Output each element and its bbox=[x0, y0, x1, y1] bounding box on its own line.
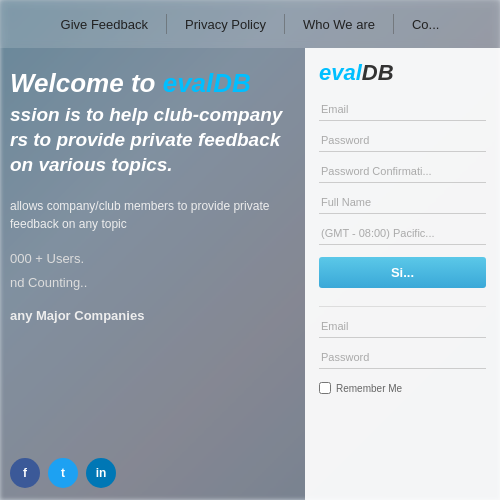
form-divider bbox=[319, 306, 486, 307]
signup-button[interactable]: Si... bbox=[319, 257, 486, 288]
give-feedback-nav[interactable]: Give Feedback bbox=[43, 17, 166, 32]
nav-divider-1 bbox=[166, 14, 167, 34]
tagline-line2: rs to provide private feedback bbox=[10, 129, 280, 150]
social-icons: f t in bbox=[10, 458, 116, 488]
linkedin-icon[interactable]: in bbox=[86, 458, 116, 488]
welcome-title: Welcome to evalDB bbox=[10, 68, 290, 99]
tagline: ssion is to help club-company rs to prov… bbox=[10, 103, 290, 177]
signup-password-confirm-input[interactable] bbox=[319, 160, 486, 183]
description: allows company/club members to provide p… bbox=[10, 197, 290, 233]
twitter-icon[interactable]: t bbox=[48, 458, 78, 488]
signup-fullname-input[interactable] bbox=[319, 191, 486, 214]
tagline-line3: on various topics. bbox=[10, 154, 173, 175]
stat1: 000 + Users. bbox=[10, 247, 290, 270]
form-brand: evalDB bbox=[319, 60, 486, 86]
facebook-icon[interactable]: f bbox=[10, 458, 40, 488]
remember-me-container: Remember Me bbox=[319, 382, 486, 394]
signup-form-panel: evalDB Si... Remember Me bbox=[305, 48, 500, 500]
remember-me-label: Remember Me bbox=[336, 383, 402, 394]
stats: 000 + Users. nd Counting.. bbox=[10, 247, 290, 294]
welcome-prefix: Welcome to bbox=[10, 68, 163, 98]
companies-label: any Major Companies bbox=[10, 308, 290, 323]
description-text: allows company/club members to provide p… bbox=[10, 199, 269, 231]
login-email-input[interactable] bbox=[319, 315, 486, 338]
brand-name: evalDB bbox=[163, 68, 251, 98]
privacy-policy-nav[interactable]: Privacy Policy bbox=[167, 17, 284, 32]
navbar: Give Feedback Privacy Policy Who We are … bbox=[0, 0, 500, 48]
more-nav[interactable]: Co... bbox=[394, 17, 457, 32]
signup-timezone-input[interactable] bbox=[319, 222, 486, 245]
signup-password-input[interactable] bbox=[319, 129, 486, 152]
main-content: Welcome to evalDB ssion is to help club-… bbox=[0, 48, 500, 500]
nav-divider-2 bbox=[284, 14, 285, 34]
signup-email-input[interactable] bbox=[319, 98, 486, 121]
nav-divider-3 bbox=[393, 14, 394, 34]
remember-me-checkbox[interactable] bbox=[319, 382, 331, 394]
nav-items: Give Feedback Privacy Policy Who We are … bbox=[43, 14, 458, 34]
tagline-line1: ssion is to help club-company bbox=[10, 104, 282, 125]
left-panel: Welcome to evalDB ssion is to help club-… bbox=[0, 48, 305, 500]
who-we-are-nav[interactable]: Who We are bbox=[285, 17, 393, 32]
login-password-input[interactable] bbox=[319, 346, 486, 369]
stat2: nd Counting.. bbox=[10, 271, 290, 294]
